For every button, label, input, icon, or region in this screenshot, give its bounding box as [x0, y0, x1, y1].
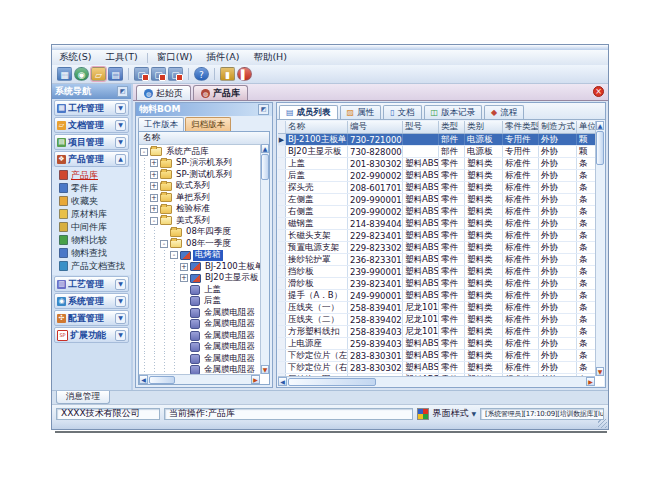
sidebar-group-4[interactable]: ❖产品管理▲ — [54, 151, 129, 167]
tree-item-BJ-2100主板单点[interactable]: +BJ-2100主板单点 — [140, 261, 260, 273]
tab-流程[interactable]: ◆流程 — [484, 105, 524, 119]
expand-icon[interactable]: + — [180, 263, 188, 271]
collapse-icon[interactable]: - — [140, 148, 148, 156]
scroll-left-icon[interactable]: ◀ — [278, 377, 287, 386]
menu-item-1[interactable]: 系统(S) — [52, 51, 98, 64]
table-row[interactable]: 压线夹（二）258-839402-00E尼龙1010零件塑料类标准件外协条 — [278, 314, 595, 326]
bom-tab-工作版本[interactable]: 工作版本 — [138, 117, 184, 131]
scroll-right-icon[interactable]: ▶ — [251, 375, 260, 384]
tree-item-电烤箱[interactable]: -电烤箱 — [140, 250, 260, 262]
tree-hscroll-thumb[interactable] — [149, 376, 175, 384]
sidebar-group-7[interactable]: ✣配置管理▼ — [54, 310, 129, 326]
menu-item-3[interactable]: 窗口(W) — [150, 51, 200, 64]
menu-item-5[interactable]: 帮助(H) — [246, 51, 294, 64]
tree-item-后盖[interactable]: 后盖 — [140, 296, 260, 308]
scroll-up-icon[interactable]: ▲ — [261, 144, 269, 153]
sidebar-item-原材料库[interactable]: 原材料库 — [52, 208, 131, 220]
table-row[interactable]: 磁钢盖214-839404-01E塑料ABS零件塑料类标准件外协条 — [278, 218, 595, 230]
column-header-制造方式[interactable]: 制造方式 — [539, 121, 577, 133]
tree-vertical-scrollbar[interactable]: ▲ ▼ — [260, 144, 269, 374]
help-icon[interactable]: ? — [194, 67, 209, 81]
chevron-down-icon[interactable]: ▼ — [115, 279, 126, 290]
sidebar-item-中间件库[interactable]: 中间件库 — [52, 221, 131, 233]
sidebar-item-收藏夹[interactable]: 收藏夹 — [52, 195, 131, 207]
sidebar-group-6[interactable]: ◉系统管理▼ — [54, 293, 129, 309]
table-row[interactable]: 预置电源支架229-823302-00E塑料ABS零件塑料类标准件外协条 — [278, 242, 595, 254]
sidebar-group-1[interactable]: ▦工作管理▼ — [54, 100, 129, 116]
menu-item-2[interactable]: 工具(T) — [98, 51, 144, 64]
tree-item-金属膜电阻器[interactable]: 金属膜电阻器 — [140, 307, 260, 319]
sidebar-item-物料查找[interactable]: 物料查找 — [52, 247, 131, 259]
table-row[interactable]: 上盖201-830302-00E塑料ABS零件塑料类标准件外协条 — [278, 158, 595, 170]
scroll-down-icon[interactable]: ▼ — [261, 365, 269, 374]
tree-horizontal-scrollbar[interactable]: ◀ ▶ — [139, 374, 260, 384]
expand-icon[interactable]: + — [150, 205, 158, 213]
exit-icon[interactable]: ▌ — [237, 67, 252, 81]
chevron-down-icon[interactable]: ▼ — [115, 103, 126, 114]
table-row[interactable]: BJ20主显示板730-828000-04E部件电源板专用件外协颗 — [278, 146, 595, 158]
chevron-down-icon[interactable]: ▼ — [115, 313, 126, 324]
open-folder-icon[interactable]: ▱ — [91, 67, 106, 81]
tree-item-系统产品库[interactable]: -系统产品库 — [140, 146, 260, 158]
tab-成员列表[interactable]: ▤成员列表 — [279, 105, 338, 119]
table-window-icon[interactable]: ▤ — [108, 67, 123, 81]
tree-item-金属膜电阻器[interactable]: 金属膜电阻器 — [140, 353, 260, 365]
column-header-类型[interactable]: 类型 — [439, 121, 465, 133]
tree-item-SP-测试机系列[interactable]: +SP-测试机系列 — [140, 169, 260, 181]
close-document-icon[interactable]: × — [593, 86, 604, 97]
window-close-icon[interactable]: ▢ — [134, 67, 149, 81]
column-header-编号[interactable]: 编号 — [348, 121, 403, 133]
message-management-tab[interactable]: 消息管理 — [56, 391, 110, 404]
table-row[interactable]: 方形塑料线扣258-839403-00E尼龙1010零件塑料类标准件外协条 — [278, 326, 595, 338]
globe-icon[interactable]: ◉ — [74, 67, 89, 81]
sidebar-group-8[interactable]: SP扩展功能▼ — [54, 327, 129, 343]
scroll-up-icon[interactable]: ▲ — [596, 121, 604, 130]
sidebar-item-零件库[interactable]: 零件库 — [52, 182, 131, 194]
window-flag-icon[interactable]: ▢ — [168, 67, 183, 81]
doc-tab-起始页[interactable]: ◍起始页 — [136, 85, 191, 100]
expand-icon[interactable]: + — [150, 182, 158, 190]
expand-icon[interactable]: + — [150, 194, 158, 202]
chevron-down-icon[interactable]: ▼ — [115, 296, 126, 307]
tree-item-08年四季度[interactable]: 08年四季度 — [140, 227, 260, 239]
table-row[interactable]: 接纱轮护罩236-823301-00E塑料ABS零件塑料类标准件外协条 — [278, 254, 595, 266]
table-vscroll-thumb[interactable] — [596, 131, 604, 165]
tab-版本记录[interactable]: ◫版本记录 — [424, 105, 483, 119]
table-hscroll-thumb[interactable] — [288, 378, 376, 386]
tab-文档[interactable]: ▯文档 — [383, 105, 421, 119]
tree-item-BJ20主显示板[interactable]: +BJ20主显示板 — [140, 273, 260, 285]
expand-icon[interactable]: + — [150, 159, 158, 167]
table-row[interactable]: ▶BJ-2100主板单点730-721000-12E部件电源板专用件外协颗 — [278, 134, 595, 146]
collapse-icon[interactable]: - — [160, 240, 168, 248]
bom-pin-icon[interactable]: ◩ — [258, 104, 269, 115]
expand-icon[interactable]: + — [180, 274, 188, 282]
tree-item-金属膜电阻器[interactable]: 金属膜电阻器 — [140, 330, 260, 342]
table-row[interactable]: 滑纱板239-823401-00E塑料ABS零件塑料类标准件外协条 — [278, 278, 595, 290]
tree-item-SP-演示机系列[interactable]: +SP-演示机系列 — [140, 158, 260, 170]
column-header-零件类型[interactable]: 零件类型 — [503, 121, 539, 133]
tab-属性[interactable]: ▨属性 — [340, 105, 382, 119]
tree-item-美式系列[interactable]: -美式系列 — [140, 215, 260, 227]
collapse-icon[interactable]: - — [170, 251, 178, 259]
bom-tab-归档版本[interactable]: 归档版本 — [185, 117, 231, 131]
tree-item-欧式系列[interactable]: +欧式系列 — [140, 181, 260, 193]
scroll-right-icon[interactable]: ▶ — [586, 377, 595, 386]
table-row[interactable]: 左侧盖209-990001-01E塑料ABS零件塑料类标准件外协条 — [278, 194, 595, 206]
menu-item-4[interactable]: 插件(A) — [199, 51, 246, 64]
table-row[interactable]: 长磁头支架229-823401-00E塑料ABS零件塑料类标准件外协条 — [278, 230, 595, 242]
column-header-名称[interactable]: 名称 — [286, 121, 348, 133]
table-vertical-scrollbar[interactable]: ▲ ▼ — [595, 121, 604, 376]
table-row[interactable]: 压线夹（一）258-839401-00E尼龙1010零件塑料类标准件外协条 — [278, 302, 595, 314]
sidebar-pin-icon[interactable]: ◩ — [117, 86, 128, 97]
scroll-down-icon[interactable]: ▼ — [596, 367, 604, 376]
doc-tab-产品库[interactable]: ◍产品库 — [193, 85, 248, 100]
desktop-icon[interactable]: ▦ — [57, 67, 72, 81]
table-row[interactable]: 下纱定位片（左）283-830301-00E塑料ABS零件塑料类标准件外协条 — [278, 350, 595, 362]
tree-item-检验标准[interactable]: +检验标准 — [140, 204, 260, 216]
table-horizontal-scrollbar[interactable]: ◀ ▶ — [278, 376, 595, 386]
column-header-型号[interactable]: 型号 — [403, 121, 439, 133]
lock-icon[interactable]: ▮ — [220, 67, 235, 81]
chevron-down-icon[interactable]: ▼ — [115, 330, 126, 341]
sidebar-item-产品库[interactable]: 产品库 — [52, 169, 131, 181]
table-row[interactable]: 上电源座259-839403-00E塑料ABS零件塑料类标准件外协条 — [278, 338, 595, 350]
